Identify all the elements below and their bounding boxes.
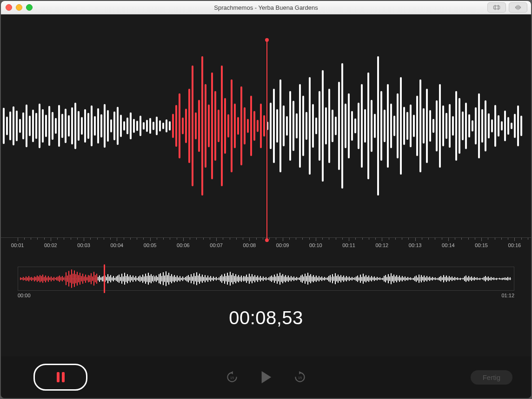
overview-bar — [338, 275, 339, 283]
done-button[interactable]: Fertig — [471, 370, 512, 385]
waveform-bar — [71, 107, 73, 144]
waveform-bar — [110, 119, 112, 132]
waveform-bar — [9, 111, 11, 140]
overview-bar — [481, 278, 482, 279]
playback-controls: 15 15 — [225, 369, 307, 386]
play-button[interactable] — [258, 369, 274, 386]
waveform-bar — [130, 112, 132, 139]
waveform-bar — [406, 112, 408, 140]
main-waveform — [1, 14, 531, 237]
overview-bar — [126, 276, 126, 282]
waveform-bar — [413, 115, 415, 137]
overview-bar — [345, 277, 346, 281]
svg-marker-10 — [262, 371, 272, 383]
overview-bar — [422, 277, 423, 281]
overview-bar — [500, 278, 501, 280]
waveform-bar — [501, 121, 503, 131]
waveform-bar — [345, 104, 346, 148]
skip-forward-15-button[interactable]: 15 — [293, 370, 307, 384]
overview-bar — [131, 277, 132, 281]
waveform-bar — [462, 111, 464, 140]
overview-bar — [279, 273, 280, 285]
overview-bar — [44, 277, 45, 281]
overview-bar — [84, 276, 85, 281]
waveform-bar — [240, 86, 242, 165]
waveform-bar — [185, 109, 187, 143]
levels-button[interactable] — [509, 2, 527, 13]
overview-bar — [350, 278, 351, 280]
skip-back-icon: 15 — [226, 371, 239, 384]
overview-bar — [295, 278, 296, 280]
overview-waveform[interactable] — [18, 267, 514, 291]
overview-bar — [205, 275, 206, 282]
overview-playhead[interactable] — [104, 264, 105, 293]
overview-bar — [31, 277, 32, 281]
close-window-button[interactable] — [6, 4, 12, 11]
overview-bar — [339, 276, 340, 281]
pause-record-button[interactable] — [33, 364, 87, 391]
overview-bar — [393, 275, 394, 283]
waveform-bar — [3, 108, 5, 144]
overview-bar — [247, 277, 248, 281]
waveform-bar — [436, 100, 438, 151]
main-waveform-area[interactable] — [1, 14, 531, 237]
overview-bar — [93, 272, 94, 286]
play-icon — [259, 370, 273, 384]
trim-icon — [493, 4, 500, 11]
waveform-bar — [491, 119, 493, 132]
minimize-window-button[interactable] — [16, 4, 22, 11]
overview-bar — [23, 277, 24, 281]
overview-bar — [166, 271, 166, 286]
overview-bar — [486, 277, 487, 280]
overview-bar — [59, 275, 60, 282]
trim-button[interactable] — [487, 2, 506, 13]
overview-bar — [113, 276, 114, 281]
skip-back-15-button[interactable]: 15 — [225, 370, 239, 384]
overview-bar — [479, 278, 480, 280]
waveform-bar — [97, 108, 99, 144]
overview-bar — [278, 276, 279, 281]
overview-bar — [65, 276, 66, 281]
waveform-bar — [286, 116, 288, 136]
overview-bar — [389, 276, 390, 281]
overview-bar — [488, 276, 489, 281]
overview-bar — [133, 275, 133, 282]
overview-bar — [359, 277, 359, 281]
overview-bar — [154, 276, 155, 281]
overview-bar — [471, 276, 472, 281]
waveform-bar — [182, 118, 184, 134]
overview-bar — [286, 277, 287, 281]
overview-bar — [443, 275, 444, 282]
overview-bar — [406, 278, 407, 280]
overview-bar — [121, 274, 122, 284]
overview-bar — [273, 277, 273, 281]
waveform-bar — [140, 116, 141, 136]
overview-bar — [195, 276, 196, 281]
overview-bar — [151, 274, 152, 283]
waveform-bar — [507, 117, 509, 135]
overview-bar — [80, 273, 80, 285]
overview-bar — [71, 269, 72, 288]
playhead[interactable] — [266, 40, 267, 240]
overview-bar — [307, 273, 308, 285]
overview-bar — [453, 278, 454, 280]
waveform-bar — [511, 123, 512, 129]
waveform-bar — [231, 79, 233, 172]
overview-bar — [41, 276, 42, 281]
overview-bar — [431, 278, 432, 280]
zoom-window-button[interactable] — [26, 4, 33, 11]
overview-bar — [178, 277, 179, 281]
overview-bar — [146, 276, 147, 282]
overview-bar — [482, 278, 483, 280]
overview-bar — [191, 274, 192, 283]
overview-bar — [352, 277, 352, 281]
waveform-bar — [257, 120, 259, 132]
svg-rect-0 — [493, 6, 499, 9]
overview-bar — [289, 277, 290, 281]
overview-bar — [275, 276, 276, 281]
overview-bar — [398, 277, 399, 281]
overview-bar — [148, 273, 149, 285]
overview-bar — [167, 275, 168, 282]
overview-bar — [214, 278, 215, 280]
waveform-bar — [58, 105, 60, 147]
